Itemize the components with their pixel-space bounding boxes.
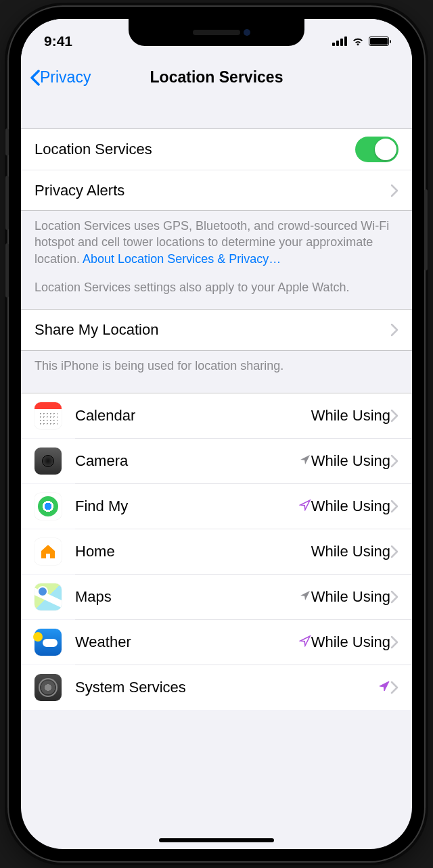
calendar-app-icon [35,402,62,429]
app-status-text: While Using [311,633,390,650]
row-label: Share My Location [35,321,390,339]
findmy-app-icon [35,493,62,520]
chevron-right-icon [390,500,398,513]
app-row-findmy[interactable]: Find MyWhile Using [21,484,412,529]
battery-icon [369,37,389,46]
app-status: While Using [311,407,390,425]
chevron-right-icon [390,323,398,337]
toggle-location-services[interactable] [355,137,398,162]
app-row-system[interactable]: System Services [21,665,412,710]
section-footer: Location Services uses GPS, Bluetooth, a… [21,211,412,309]
row-label: Privacy Alerts [35,182,390,199]
nav-bar: Privacy Location Services [21,57,412,99]
app-status-text: While Using [311,543,390,560]
app-row-maps[interactable]: MapsWhile Using [21,575,412,619]
about-location-link[interactable]: About Location Services & Privacy… [83,252,281,266]
row-label: Location Services [35,141,355,158]
app-name-label: Maps [75,588,299,606]
home-indicator[interactable] [159,838,274,842]
location-arrow-icon [299,452,311,469]
wifi-icon [351,37,365,47]
weather-app-icon [35,629,62,656]
app-name-label: Home [75,543,311,560]
app-row-home[interactable]: HomeWhile Using [21,529,412,574]
section-footer: This iPhone is being used for location s… [21,351,412,393]
location-arrow-icon [299,588,311,605]
camera-app-icon [35,448,62,475]
app-list: CalendarWhile UsingCameraWhile UsingFind… [21,393,412,710]
app-name-label: Find My [75,498,299,515]
app-name-label: System Services [75,679,378,696]
device-notch [129,19,304,46]
app-status-text: While Using [311,407,390,424]
app-name-label: Weather [75,633,299,651]
system-app-icon [35,674,62,701]
cellular-signal-icon [332,37,347,46]
chevron-right-icon [390,545,398,558]
app-name-label: Calendar [75,407,311,425]
app-status: While Using [299,498,390,515]
app-status-text: While Using [311,452,390,469]
app-row-weather[interactable]: WeatherWhile Using [21,620,412,665]
chevron-right-icon [390,635,398,649]
app-status: While Using [299,452,390,470]
app-row-camera[interactable]: CameraWhile Using [21,439,412,483]
location-arrow-icon [378,679,390,696]
chevron-right-icon [390,590,398,604]
location-arrow-icon [299,633,311,650]
app-status-text: While Using [311,498,390,514]
chevron-right-icon [390,454,398,468]
app-status-text: While Using [311,588,390,605]
row-location-services[interactable]: Location Services [21,129,412,170]
app-status: While Using [311,543,390,560]
app-row-calendar[interactable]: CalendarWhile Using [21,393,412,438]
back-label: Privacy [40,68,91,87]
status-time: 9:41 [44,33,72,49]
chevron-right-icon [390,184,398,197]
back-button[interactable]: Privacy [29,68,91,87]
app-status: While Using [299,588,390,606]
chevron-right-icon [390,409,398,423]
app-status [378,679,390,696]
row-share-my-location[interactable]: Share My Location [21,310,412,350]
maps-app-icon [35,583,62,610]
chevron-right-icon [390,681,398,694]
footer-paragraph: Location Services settings also apply to… [35,279,398,295]
row-privacy-alerts[interactable]: Privacy Alerts [21,170,412,210]
home-app-icon [35,538,62,565]
app-name-label: Camera [75,452,299,470]
app-status: While Using [299,633,390,651]
chevron-left-icon [29,70,40,86]
location-arrow-icon [299,498,311,514]
